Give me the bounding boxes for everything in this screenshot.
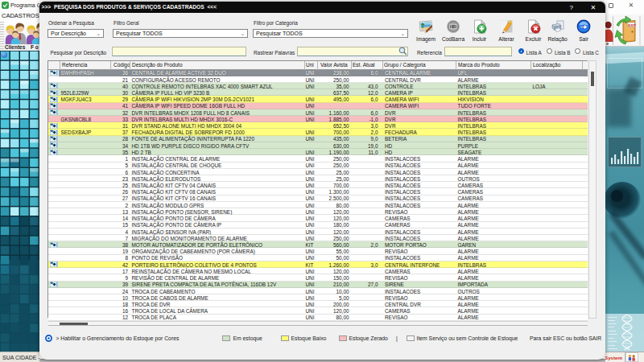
svg-text:EXIT: EXIT — [628, 23, 636, 27]
